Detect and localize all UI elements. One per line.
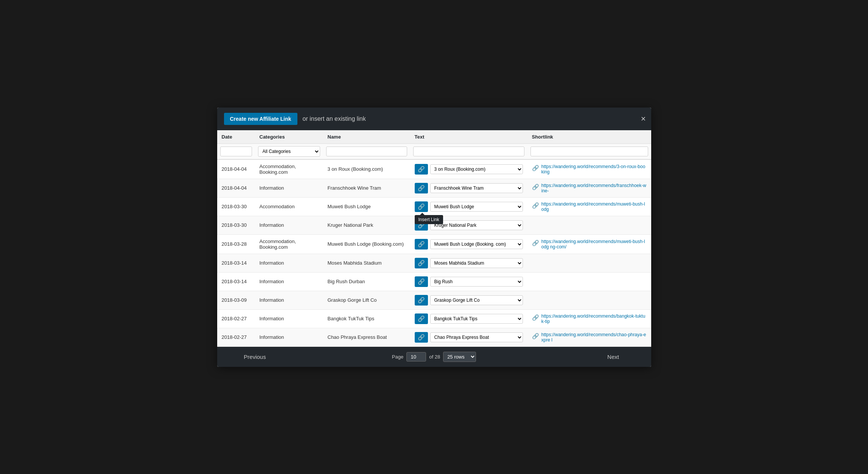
- insert-link-button[interactable]: 🔗: [415, 295, 428, 306]
- cell-text: Insert Link🔗Muweti Bush Lodge: [410, 197, 527, 216]
- filter-shortlink-input[interactable]: [530, 147, 648, 156]
- cell-name: 3 on Roux (Booking.com): [323, 159, 410, 179]
- column-header-date: Date: [217, 130, 255, 144]
- text-select[interactable]: Bangkok TukTuk Tips: [430, 314, 523, 324]
- create-affiliate-link-button[interactable]: Create new Affiliate Link: [224, 113, 297, 125]
- cell-text: 🔗Moses Mabhida Stadium: [410, 254, 527, 272]
- table-header-row: Date Categories Name Text Shortlink: [217, 130, 651, 144]
- shortlink-link[interactable]: https://wandering.world/recommends/muwet…: [541, 239, 647, 249]
- text-select[interactable]: Graskop Gorge Lift Co: [430, 295, 523, 305]
- cell-shortlink: [527, 272, 651, 291]
- rows-per-page-select[interactable]: 10 rows 25 rows 50 rows 100 rows: [443, 352, 476, 362]
- shortlink-link[interactable]: https://wandering.world/recommends/bangk…: [541, 313, 647, 324]
- insert-link-button[interactable]: 🔗: [415, 183, 428, 193]
- table-row: 2018-03-09InformationGraskop Gorge Lift …: [217, 291, 651, 309]
- table-row: 2018-03-30AccommodationMuweti Bush Lodge…: [217, 197, 651, 216]
- close-button[interactable]: ×: [641, 115, 646, 123]
- table-row: 2018-02-27InformationChao Phraya Express…: [217, 328, 651, 346]
- page-number-input[interactable]: 10: [406, 352, 426, 362]
- insert-link-button[interactable]: 🔗: [415, 276, 428, 287]
- table-body: 2018-04-04Accommodation, Booking.com3 on…: [217, 159, 651, 347]
- cell-shortlink: 🔗https://wandering.world/recommends/bang…: [527, 309, 651, 328]
- insert-link-button[interactable]: 🔗: [415, 164, 428, 175]
- header-or-text: or insert an existing link: [303, 115, 366, 122]
- cell-shortlink: 🔗https://wandering.world/recommends/muwe…: [527, 234, 651, 254]
- cell-text: 🔗Graskop Gorge Lift Co: [410, 291, 527, 309]
- insert-link-button[interactable]: 🔗: [415, 201, 428, 212]
- shortlink-icon: 🔗: [532, 240, 539, 246]
- filter-row: All Categories: [217, 143, 651, 159]
- insert-link-button[interactable]: 🔗: [415, 313, 428, 324]
- filter-text-input[interactable]: [413, 147, 524, 156]
- table-row: 2018-04-04Accommodation, Booking.com3 on…: [217, 159, 651, 179]
- table-wrapper: Date Categories Name Text Shortlink All …: [217, 130, 651, 347]
- cell-name: Muweti Bush Lodge (Booking.com): [323, 234, 410, 254]
- cell-text: 🔗Franschhoek Wine Tram: [410, 179, 527, 197]
- cell-name: Muweti Bush Lodge: [323, 197, 410, 216]
- text-select[interactable]: Moses Mabhida Stadium: [430, 258, 523, 268]
- total-pages-text: of 28: [429, 354, 440, 360]
- column-header-shortlink: Shortlink: [527, 130, 651, 144]
- cell-text: 🔗Kruger National Park: [410, 216, 527, 234]
- shortlink-link[interactable]: https://wandering.world/recommends/chao-…: [541, 332, 647, 343]
- cell-date: 2018-03-30: [217, 216, 255, 234]
- table-row: 2018-04-04InformationFranschhoek Wine Tr…: [217, 179, 651, 197]
- table-row: 2018-03-28Accommodation, Booking.comMuwe…: [217, 234, 651, 254]
- shortlink-icon: 🔗: [532, 184, 539, 190]
- cell-name: Graskop Gorge Lift Co: [323, 291, 410, 309]
- cell-date: 2018-04-04: [217, 179, 255, 197]
- cell-categories: Information: [255, 254, 323, 272]
- cell-categories: Accommodation, Booking.com: [255, 234, 323, 254]
- shortlink-link[interactable]: https://wandering.world/recommends/muwet…: [541, 201, 647, 212]
- cell-date: 2018-02-27: [217, 328, 255, 346]
- cell-date: 2018-03-28: [217, 234, 255, 254]
- cell-date: 2018-04-04: [217, 159, 255, 179]
- cell-categories: Information: [255, 291, 323, 309]
- cell-date: 2018-03-14: [217, 254, 255, 272]
- cell-shortlink: 🔗https://wandering.world/recommends/3-on…: [527, 159, 651, 179]
- next-button[interactable]: Next: [575, 347, 651, 367]
- cell-shortlink: 🔗https://wandering.world/recommends/muwe…: [527, 197, 651, 216]
- filter-categories-select[interactable]: All Categories: [258, 146, 320, 157]
- cell-text: 🔗Big Rush: [410, 272, 527, 291]
- cell-name: Moses Mabhida Stadium: [323, 254, 410, 272]
- cell-categories: Information: [255, 328, 323, 346]
- cell-name: Kruger National Park: [323, 216, 410, 234]
- shortlink-link[interactable]: https://wandering.world/recommends/frans…: [541, 183, 647, 193]
- cell-categories: Information: [255, 179, 323, 197]
- column-header-categories: Categories: [255, 130, 323, 144]
- insert-link-button[interactable]: 🔗: [415, 239, 428, 249]
- cell-categories: Accommodation, Booking.com: [255, 159, 323, 179]
- table-row: 2018-03-14InformationBig Rush Durban🔗Big…: [217, 272, 651, 291]
- cell-text: 🔗3 on Roux (Booking.com): [410, 159, 527, 179]
- cell-shortlink: 🔗https://wandering.world/recommends/chao…: [527, 328, 651, 346]
- table-row: 2018-03-30InformationKruger National Par…: [217, 216, 651, 234]
- cell-name: Chao Phraya Express Boat: [323, 328, 410, 346]
- shortlink-icon: 🔗: [532, 333, 539, 340]
- cell-text: 🔗Muweti Bush Lodge (Booking. com): [410, 234, 527, 254]
- column-header-name: Name: [323, 130, 410, 144]
- filter-name-input[interactable]: [326, 147, 407, 156]
- text-select[interactable]: 3 on Roux (Booking.com): [430, 164, 523, 174]
- text-select[interactable]: Muweti Bush Lodge (Booking. com): [430, 239, 523, 249]
- text-select[interactable]: Muweti Bush Lodge: [430, 202, 523, 212]
- filter-date-input[interactable]: [220, 147, 252, 156]
- cell-shortlink: [527, 216, 651, 234]
- shortlink-link[interactable]: https://wandering.world/recommends/3-on-…: [541, 164, 647, 175]
- modal-footer: Previous Page 10 of 28 10 rows 25 rows 5…: [217, 347, 651, 367]
- text-select[interactable]: Kruger National Park: [430, 220, 523, 230]
- cell-categories: Information: [255, 309, 323, 328]
- insert-link-button[interactable]: 🔗: [415, 258, 428, 268]
- cell-date: 2018-03-09: [217, 291, 255, 309]
- cell-date: 2018-03-14: [217, 272, 255, 291]
- insert-link-button[interactable]: 🔗: [415, 332, 428, 343]
- cell-shortlink: 🔗https://wandering.world/recommends/fran…: [527, 179, 651, 197]
- insert-link-button[interactable]: 🔗: [415, 220, 428, 231]
- text-select[interactable]: Chao Phraya Express Boat: [430, 332, 523, 342]
- affiliate-link-modal: Create new Affiliate Link or insert an e…: [217, 108, 651, 367]
- text-select[interactable]: Franschhoek Wine Tram: [430, 183, 523, 193]
- previous-button[interactable]: Previous: [217, 347, 293, 367]
- pagination-center: Page 10 of 28 10 rows 25 rows 50 rows 10…: [392, 352, 476, 362]
- cell-text: 🔗Bangkok TukTuk Tips: [410, 309, 527, 328]
- text-select[interactable]: Big Rush: [430, 277, 523, 287]
